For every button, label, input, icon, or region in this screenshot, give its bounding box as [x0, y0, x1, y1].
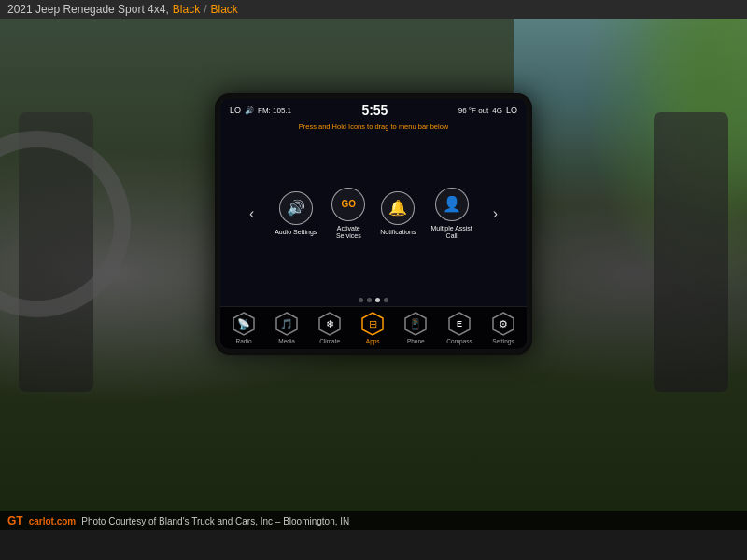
photo-area: LO 🔊 FM: 105.1 5:55 96 °F out 4G LO Pres… [0, 19, 747, 530]
nav-compass[interactable]: E Compass [446, 312, 472, 344]
right-panel [654, 112, 728, 392]
fm-label: FM: 105.1 [258, 106, 291, 115]
instruction-bar: Press and Hold Icons to drag to menu bar… [220, 121, 527, 133]
phone-label: Phone [407, 338, 425, 344]
radio-label: Radio [236, 338, 252, 344]
go-activate-icon[interactable]: GO ActivateServices [331, 188, 365, 241]
bell-icon-symbol: 🔔 [388, 199, 407, 217]
temp-display: 96 °F out [458, 106, 489, 115]
audio-settings-icon[interactable]: 🔊 Audio Settings [275, 191, 317, 236]
icons-area: ‹ 🔊 Audio Settings GO ActivateServices [220, 133, 527, 294]
time-display: 5:55 [361, 103, 388, 118]
dot-1 [359, 298, 363, 302]
status-left: LO 🔊 FM: 105.1 [230, 105, 291, 115]
climate-label: Climate [319, 338, 340, 344]
nav-radio[interactable]: 📡 Radio [232, 312, 256, 344]
slash: / [204, 3, 206, 16]
status-right: 96 °F out 4G LO [458, 105, 517, 115]
dots-indicator [220, 294, 527, 306]
settings-label: Settings [492, 338, 514, 344]
instruction-text: Press and Hold Icons to drag to menu bar… [299, 122, 449, 131]
status-center: 5:55 [361, 103, 388, 118]
lo-left-badge: LO [230, 105, 241, 115]
interior-color: Black [211, 3, 238, 16]
gt-logo: GT [7, 514, 23, 527]
carlot-text: carlot.com [29, 516, 77, 526]
car-title: 2021 Jeep Renegade Sport 4x4, [7, 3, 169, 16]
photo-credit: Photo Courtesy of Bland's Truck and Cars… [81, 516, 349, 526]
screen-bezel: LO 🔊 FM: 105.1 5:55 96 °F out 4G LO Pres… [215, 93, 532, 355]
right-arrow[interactable]: › [493, 205, 498, 222]
go-label: ActivateServices [336, 225, 361, 241]
fm-icon: 🔊 [245, 106, 254, 115]
nav-settings[interactable]: ⚙ Settings [491, 312, 515, 344]
dot-3 [375, 298, 380, 302]
compass-label: Compass [446, 338, 472, 344]
nav-media[interactable]: 🎵 Media [275, 312, 299, 344]
top-bar: 2021 Jeep Renegade Sport 4x4, Black / Bl… [0, 0, 747, 19]
go-icon-symbol: GO [342, 199, 357, 209]
nav-phone[interactable]: 📱 Phone [403, 312, 428, 344]
signal-display: 4G [492, 106, 502, 115]
apps-label: Apps [366, 338, 380, 344]
audio-label: Audio Settings [275, 229, 317, 236]
status-bar: LO 🔊 FM: 105.1 5:55 96 °F out 4G LO [220, 99, 527, 121]
audio-icon-symbol: 🔊 [287, 199, 305, 217]
dot-2 [367, 298, 372, 302]
nav-climate[interactable]: ❄ Climate [317, 312, 342, 344]
notifications-label: Notifications [380, 229, 416, 236]
notifications-icon[interactable]: 🔔 Notifications [380, 191, 416, 236]
nav-apps[interactable]: ⊞ Apps [360, 312, 385, 344]
lo-right-badge: LO [506, 105, 517, 115]
watermark: GT carlot.com Photo Courtesy of Bland's … [0, 511, 747, 530]
left-arrow[interactable]: ‹ [249, 205, 254, 222]
icon-group: 🔊 Audio Settings GO ActivateServices 🔔 [275, 188, 472, 241]
media-label: Media [278, 338, 295, 344]
infotainment-screen: LO 🔊 FM: 105.1 5:55 96 °F out 4G LO Pres… [220, 99, 527, 349]
bottom-nav: 📡 Radio 🎵 Media [220, 306, 527, 349]
multiple-assist-icon[interactable]: 👤 Multiple AssistCall [430, 188, 472, 241]
dot-4 [384, 298, 388, 302]
person-icon-symbol: 👤 [443, 195, 461, 213]
exterior-color: Black [173, 3, 200, 16]
assist-label: Multiple AssistCall [430, 225, 472, 241]
